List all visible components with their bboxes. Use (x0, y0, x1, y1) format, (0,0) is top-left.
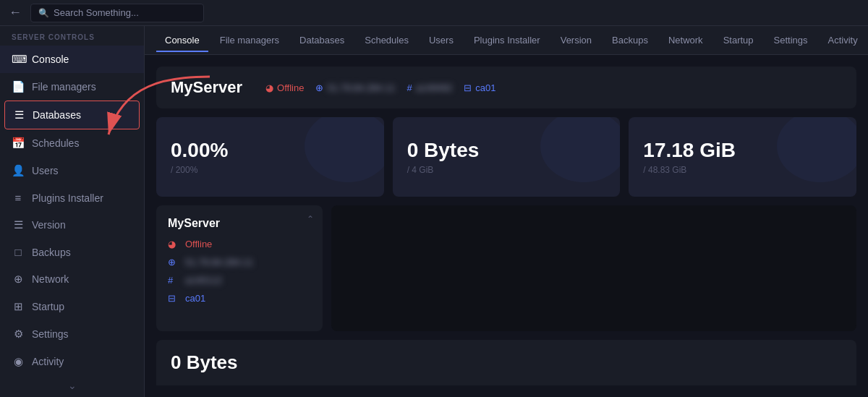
stat-card-cpu: 0.00% / 200% (156, 117, 384, 197)
backups-icon: □ (12, 246, 25, 258)
detail-ip-row: ⊕ 51.79.84.284.11 (168, 257, 311, 268)
tab-settings[interactable]: Settings (765, 29, 817, 51)
sidebar-label-settings: Settings (32, 328, 69, 340)
tab-schedules[interactable]: Schedules (356, 29, 417, 51)
sidebar-label-startup: Startup (32, 301, 64, 312)
tab-databases[interactable]: Databases (291, 29, 353, 51)
sidebar-item-settings[interactable]: ⚙ Settings (0, 320, 144, 348)
content-wrapper: SERVER CONTROLS ⌨ Console 📄 File manager… (0, 26, 868, 397)
users-icon: 👤 (12, 164, 25, 177)
tab-file-managers[interactable]: File managers (211, 29, 288, 51)
tab-version[interactable]: Version (552, 29, 600, 51)
sidebar-item-users[interactable]: 👤 Users (0, 157, 144, 184)
server-status: ◕ Offline (265, 82, 304, 93)
tab-network[interactable]: Network (660, 29, 712, 51)
server-detail-card: MyServer ⌃ ◕ Offline ⊕ 51.79.84.284.11 #… (156, 205, 323, 331)
content-body: MyServer ◕ Offline ⊕ 51.79.84.284.11 # a… (145, 55, 868, 397)
sidebar-label-file-managers: File managers (32, 81, 96, 93)
bottom-stat: 0 Bytes (156, 340, 856, 385)
sidebar-item-version[interactable]: ☰ Version (0, 211, 144, 239)
server-detail-section: MyServer ⌃ ◕ Offline ⊕ 51.79.84.284.11 #… (156, 205, 856, 331)
search-text: Search Something... (54, 7, 139, 18)
right-panel (331, 205, 856, 331)
stat-card-memory: 0 Bytes / 4 GiB (393, 117, 621, 197)
sidebar-item-network[interactable]: ⊕ Network (0, 265, 144, 293)
detail-hash-row: # a140112 (168, 275, 311, 286)
sidebar-label-activity: Activity (32, 356, 64, 367)
sidebar: SERVER CONTROLS ⌨ Console 📄 File manager… (0, 26, 145, 397)
server-location: ⊟ ca01 (464, 82, 495, 93)
search-bar[interactable]: 🔍 Search Something... (30, 4, 204, 22)
stats-row: 0.00% / 200% 0 Bytes / 4 GiB 17.18 GiB /… (156, 117, 856, 197)
server-name-heading: MyServer (171, 78, 242, 97)
tab-console[interactable]: Console (156, 29, 208, 51)
startup-icon: ⊞ (12, 300, 25, 313)
tab-users[interactable]: Users (420, 29, 462, 51)
detail-offline-icon: ◕ (168, 239, 179, 249)
hash-icon: # (407, 82, 412, 93)
version-icon: ☰ (12, 218, 25, 231)
location-icon: ⊟ (464, 82, 472, 93)
detail-hash-icon: # (168, 275, 179, 286)
back-button[interactable]: ← (9, 5, 22, 20)
server-hash-text: a149492 (416, 82, 453, 93)
sidebar-scroll-down[interactable]: ⌄ (0, 375, 144, 396)
sidebar-item-plugins-installer[interactable]: ≡ Plugins Installer (0, 184, 144, 211)
server-status-text: Offline (277, 82, 304, 93)
sidebar-item-backups[interactable]: □ Backups (0, 239, 144, 265)
activity-icon: ◉ (12, 355, 25, 368)
offline-icon: ◕ (265, 82, 273, 93)
globe-icon: ⊕ (315, 82, 323, 93)
sidebar-item-startup[interactable]: ⊞ Startup (0, 293, 144, 320)
sidebar-label-databases: Databases (33, 109, 81, 121)
tab-startup[interactable]: Startup (715, 29, 762, 51)
search-icon: 🔍 (38, 8, 49, 18)
detail-status-row: ◕ Offline (168, 239, 311, 249)
server-header-card: MyServer ◕ Offline ⊕ 51.79.84.284.11 # a… (156, 67, 856, 108)
sidebar-item-schedules[interactable]: 📅 Schedules (0, 129, 144, 157)
disk-sub: / 48.83 GiB (643, 165, 842, 175)
detail-server-name: MyServer (168, 217, 311, 230)
schedules-icon: 📅 (12, 137, 25, 150)
network-icon: ⊕ (12, 273, 25, 286)
sidebar-label-plugins: Plugins Installer (32, 192, 103, 204)
sidebar-label-network: Network (32, 273, 69, 285)
detail-location-row: ⊟ ca01 (168, 293, 311, 304)
bottom-stat-value: 0 Bytes (171, 351, 238, 373)
tab-backups[interactable]: Backups (603, 29, 657, 51)
detail-location-icon: ⊟ (168, 293, 179, 304)
sidebar-label-schedules: Schedules (32, 137, 79, 149)
sidebar-label-backups: Backups (32, 247, 71, 258)
sidebar-item-file-managers[interactable]: 📄 File managers (0, 73, 144, 101)
sidebar-label-users: Users (32, 165, 59, 176)
settings-icon: ⚙ (12, 328, 25, 341)
memory-value: 0 Bytes (407, 139, 606, 162)
server-meta: ◕ Offline ⊕ 51.79.84.284.11 # a149492 ⊟ … (265, 82, 495, 93)
tabs-bar: Console File managers Databases Schedule… (145, 26, 868, 55)
main-content: Console File managers Databases Schedule… (145, 26, 868, 397)
server-location-text: ca01 (475, 82, 495, 93)
databases-icon: ☰ (12, 108, 25, 121)
detail-ip-text: 51.79.84.284.11 (185, 257, 253, 268)
chevron-up-icon: ⌃ (307, 214, 314, 224)
server-hash: # a149492 (407, 82, 452, 93)
sidebar-label-console: Console (32, 54, 69, 65)
memory-sub: / 4 GiB (407, 165, 606, 175)
top-bar: ← 🔍 Search Something... (0, 0, 868, 26)
cpu-sub: / 200% (171, 165, 370, 175)
sidebar-item-databases[interactable]: ☰ Databases (4, 101, 140, 129)
detail-hash-text: a140112 (185, 275, 222, 286)
console-icon: ⌨ (12, 53, 25, 66)
cpu-value: 0.00% (171, 139, 370, 162)
server-ip-text: 51.79.84.284.11 (327, 82, 395, 93)
server-ip: ⊕ 51.79.84.284.11 (315, 82, 395, 93)
tab-plugins-installer[interactable]: Plugins Installer (465, 29, 549, 51)
detail-status-text: Offline (185, 239, 212, 249)
file-managers-icon: 📄 (12, 80, 25, 93)
plugins-icon: ≡ (12, 192, 25, 204)
detail-globe-icon: ⊕ (168, 257, 179, 268)
sidebar-item-console[interactable]: ⌨ Console (0, 46, 144, 73)
sidebar-item-activity[interactable]: ◉ Activity (0, 348, 144, 375)
tab-activity[interactable]: Activity (820, 29, 867, 51)
stat-card-disk: 17.18 GiB / 48.83 GiB (629, 117, 856, 197)
